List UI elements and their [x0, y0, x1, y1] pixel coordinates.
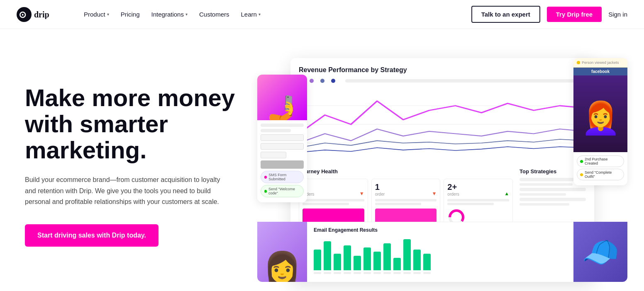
bar-10: [403, 239, 411, 270]
bar-4: [344, 245, 351, 270]
sw-row-1: [261, 124, 304, 127]
sw-row-2: [261, 129, 291, 132]
nav-customers[interactable]: Customers: [199, 11, 229, 18]
logo-wordmark: drip: [34, 10, 54, 19]
pc-tag-purchase: 2nd Purchase Created: [577, 155, 624, 167]
orders-1-label: order: [375, 192, 437, 196]
orders-0-label: orders: [302, 192, 364, 196]
bar-2: [324, 241, 331, 270]
xlabel-12: [423, 272, 431, 274]
nav-right: Talk to an expert Try Drip free Sign in: [471, 6, 627, 23]
jcard-row1: [302, 199, 364, 201]
orders-2plus-num: 2+: [447, 182, 509, 192]
hero-headline: Make more money with smarter marketing.: [25, 85, 241, 163]
engagement-bars: [314, 237, 567, 270]
bar-6: [363, 247, 371, 270]
sidebar-widget: 🤳 SMS Form Submitted Send "Welcome code": [257, 75, 307, 202]
pc-facebook-label: facebook: [573, 68, 627, 75]
jcard-row4: [375, 203, 422, 205]
pc-tags: 2nd Purchase Created Send "Complete Outf…: [573, 152, 627, 185]
xlabel-6: [363, 272, 371, 274]
chart-legend: [299, 79, 586, 83]
hero-section: Make more money with smarter marketing. …: [0, 29, 644, 291]
sw-form: SMS Form Submitted Send "Welcome code": [257, 120, 307, 202]
arrow-up-icon: ▲: [504, 191, 509, 196]
nav-integrations[interactable]: Integrations ▾: [151, 11, 188, 18]
xlabel-9: [393, 272, 401, 274]
nav-links: Product ▾ Pricing Integrations ▾ Custome…: [67, 0, 277, 29]
bar-7: [373, 252, 381, 270]
revenue-chart: [299, 87, 586, 162]
sw-submit-btn: [261, 160, 304, 169]
bar-9: [393, 258, 401, 270]
ts-row-3: [520, 188, 586, 191]
pc-tag-dot-yellow: [580, 173, 583, 176]
svg-text:⊙: ⊙: [19, 10, 26, 20]
br-right-person: 🧢: [573, 222, 627, 282]
navbar: ⊙ drip Product ▾ Pricing Integrations ▾ …: [0, 0, 644, 29]
email-engagement-title: Email Engagement Results: [314, 227, 567, 233]
svg-text:drip: drip: [34, 10, 49, 19]
nav-left: ⊙ drip Product ▾ Pricing Integrations ▾ …: [17, 0, 277, 29]
chart-title: Revenue Performance by Strategy: [299, 66, 586, 74]
bar-5: [354, 256, 361, 270]
xlabel-11: [413, 272, 421, 274]
legend-dot-4: [331, 79, 335, 83]
tag-dot-pink: [264, 176, 267, 179]
bar-3: [334, 254, 341, 270]
ts-row-2: [520, 183, 573, 186]
hero-dashboard: Revenue Performance by Strategy: [257, 50, 627, 282]
notif-dot: [577, 61, 580, 64]
legend-dot-3: [320, 79, 324, 83]
jcard-row2: [302, 203, 349, 205]
nav-learn[interactable]: Learn ▾: [241, 11, 260, 18]
legend-dot-2: [310, 79, 314, 83]
bottom-right-person-emoji: 🧢: [582, 237, 619, 267]
bar-12: [423, 254, 431, 270]
sw-tag-sms: SMS Form Submitted: [261, 171, 304, 183]
nav-product[interactable]: Product ▾: [84, 11, 109, 18]
jcard-row3: [375, 199, 437, 201]
bar-1: [314, 250, 321, 270]
sw-tag-welcome: Send "Welcome code": [261, 185, 304, 197]
tag-dot-green: [264, 190, 267, 193]
logo[interactable]: ⊙ drip: [17, 7, 54, 22]
sw-input-1[interactable]: [261, 134, 304, 141]
person-emoji: 🤳: [266, 96, 298, 120]
ts-row-4: [520, 193, 566, 196]
jcard-row6: [447, 203, 494, 205]
pc-person-image: 👩‍🦰: [573, 75, 627, 152]
chevron-down-icon: ▾: [185, 12, 188, 17]
try-drip-button[interactable]: Try Drip free: [547, 7, 602, 22]
xlabel-1: [314, 272, 321, 274]
sw-input-3[interactable]: [261, 152, 286, 158]
xlabel-3: [334, 272, 341, 274]
pc-notification: Person viewed jackets: [573, 58, 627, 68]
nav-pricing[interactable]: Pricing: [121, 11, 140, 18]
pc-person-emoji: 👩‍🦰: [581, 102, 620, 134]
bottom-row: 👩 Email Engagement Results: [257, 222, 627, 282]
chevron-down-icon: ▾: [259, 12, 261, 17]
sign-in-link[interactable]: Sign in: [608, 11, 627, 18]
xlabel-5: [354, 272, 361, 274]
ts-row-5: [520, 198, 586, 201]
ts-row-6: [520, 203, 569, 206]
bar-11: [413, 250, 421, 270]
talk-expert-button[interactable]: Talk to an expert: [471, 6, 540, 23]
hero-subtext: Build your ecommerce brand—from customer…: [25, 175, 224, 207]
arrow-down-icon: ▼: [359, 191, 364, 196]
legend-placeholder: [345, 79, 586, 82]
xlabel-7: [373, 272, 381, 274]
bottom-left-person-emoji: 👩: [263, 252, 301, 282]
journey-health-title: Journey Health: [299, 168, 513, 175]
bar-xlabels: [314, 272, 567, 274]
sw-input-2[interactable]: [261, 143, 304, 150]
pc-tag-outfit: Send "Complete Outfit": [577, 169, 624, 180]
xlabel-10: [403, 272, 411, 274]
orders-0-num: 0: [302, 182, 364, 192]
hero-cta-button[interactable]: Start driving sales with Drip today.: [25, 224, 159, 247]
xlabel-2: [324, 272, 331, 274]
jcard-row5: [447, 199, 509, 201]
chart-svg: [299, 87, 586, 162]
sw-person-image: 🤳: [257, 75, 307, 120]
